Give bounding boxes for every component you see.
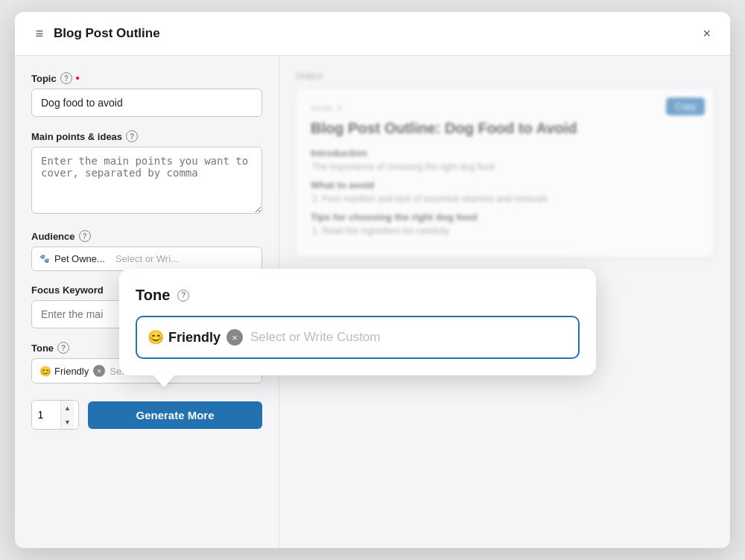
output-tips-section: Tips for choosing the right dog food: [311, 211, 699, 223]
output-title: Blog Post Outline: Dog Food to Avoid: [311, 120, 699, 137]
remove-tone-tag-large[interactable]: ×: [226, 329, 243, 346]
audience-input[interactable]: 🐾 Pet Owne... Select or Wri...: [31, 246, 262, 271]
bottom-controls: ▲ ▼ Generate More: [31, 400, 262, 430]
tone-placeholder-large: Select or Write Custom: [250, 330, 380, 345]
main-points-help-icon[interactable]: ?: [126, 130, 138, 142]
tooltip-arrow: [152, 374, 176, 387]
output-label: Output: [296, 71, 714, 81]
output-intro-line: The importance of choosing the right dog…: [311, 162, 699, 172]
tone-tooltip-help-icon[interactable]: ?: [177, 290, 189, 302]
output-intro-section: Introduction: [311, 147, 699, 159]
quantity-input[interactable]: [32, 401, 60, 429]
main-points-label: Main points & ideas ?: [31, 130, 262, 142]
topic-label: Topic ? •: [31, 72, 262, 84]
remove-tone-tag-small[interactable]: ×: [93, 365, 105, 377]
audience-help-icon[interactable]: ?: [79, 230, 91, 242]
modal-header: ≡ Blog Post Outline ×: [15, 12, 730, 56]
required-indicator: •: [76, 72, 80, 84]
modal-title: Blog Post Outline: [54, 26, 160, 41]
topic-field: Topic ? •: [31, 72, 262, 117]
generate-more-button[interactable]: Generate More: [88, 401, 262, 429]
copy-button[interactable]: Copy: [666, 98, 705, 115]
audience-label: Audience ?: [31, 230, 262, 242]
main-points-input[interactable]: [31, 147, 262, 214]
tone-tooltip-title-row: Tone ?: [136, 287, 580, 304]
output-meta: words: 4: [311, 104, 699, 112]
tone-tag-large: 😊 Friendly ×: [148, 329, 243, 346]
modal: ≡ Blog Post Outline × Topic ? • Main poi…: [15, 12, 730, 548]
tone-tooltip: Tone ? 😊 Friendly × Select or Write Cust…: [119, 269, 596, 375]
topic-help-icon[interactable]: ?: [60, 72, 72, 84]
close-button[interactable]: ×: [700, 24, 714, 43]
output-tip1: 1. Read the ingredient list carefully: [311, 226, 699, 236]
tone-tooltip-title: Tone: [136, 287, 170, 304]
main-points-field: Main points & ideas ?: [31, 130, 262, 217]
audience-field: Audience ? 🐾 Pet Owne... Select or Wri..…: [31, 230, 262, 271]
tone-tag-small: 😊 Friendly ×: [39, 365, 105, 377]
list-icon: ≡: [31, 25, 48, 42]
output-what-to-avoid: What to avoid: [311, 179, 699, 191]
spinner-down[interactable]: ▼: [61, 415, 74, 429]
spinner-buttons: ▲ ▼: [60, 401, 74, 429]
tone-help-icon-small[interactable]: ?: [57, 342, 69, 354]
spinner-up[interactable]: ▲: [61, 401, 74, 415]
number-input-wrap: ▲ ▼: [31, 400, 79, 430]
output-line2: 2. Poor nutrition and lack of essential …: [311, 194, 699, 204]
modal-title-row: ≡ Blog Post Outline: [31, 25, 160, 42]
topic-input[interactable]: [31, 89, 262, 117]
output-card: Copy words: 4 Blog Post Outline: Dog Foo…: [296, 89, 714, 257]
tone-input-large[interactable]: 😊 Friendly × Select or Write Custom: [136, 316, 580, 359]
